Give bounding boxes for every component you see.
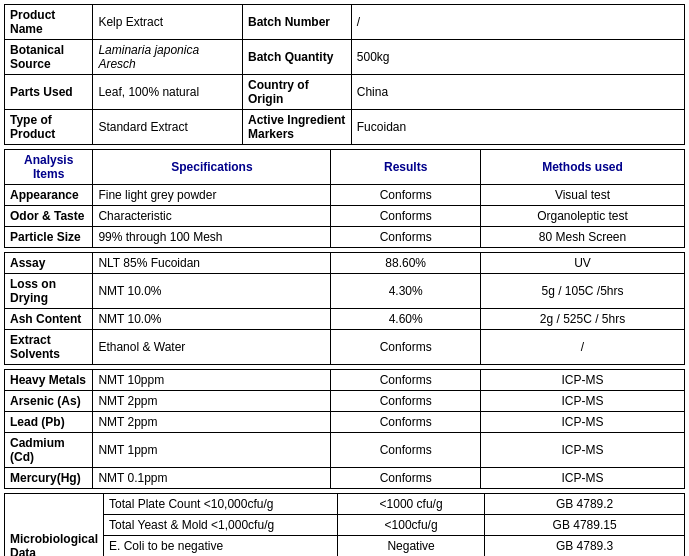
odor-method: Organoleptic test	[480, 206, 684, 227]
arsenic-result: Conforms	[331, 391, 481, 412]
batch-number-label: Batch Number	[242, 5, 351, 40]
odor-item: Odor & Taste	[5, 206, 93, 227]
appearance-item: Appearance	[5, 185, 93, 206]
country-origin-val: China	[351, 75, 684, 110]
lead-spec: NMT 2ppm	[93, 412, 331, 433]
cadmium-method: ICP-MS	[480, 433, 684, 468]
table-row: Loss on Drying NMT 10.0% 4.30% 5g / 105C…	[5, 274, 685, 309]
analysis-col1-header: Analysis Items	[5, 150, 93, 185]
table-row: Assay NLT 85% Fucoidan 88.60% UV	[5, 253, 685, 274]
extract-spec: Ethanol & Water	[93, 330, 331, 365]
batch-number-val: /	[351, 5, 684, 40]
table-row: Arsenic (As) NMT 2ppm Conforms ICP-MS	[5, 391, 685, 412]
extract-result: Conforms	[331, 330, 481, 365]
arsenic-method: ICP-MS	[480, 391, 684, 412]
particle-spec: 99% through 100 Mesh	[93, 227, 331, 248]
micro-method-2: GB 4789.15	[485, 515, 685, 536]
micro-row-1: Microbiological Data Total Plate Count <…	[5, 494, 685, 515]
mercury-method: ICP-MS	[480, 468, 684, 489]
extract-method: /	[480, 330, 684, 365]
ash-spec: NMT 10.0%	[93, 309, 331, 330]
assay-method: UV	[480, 253, 684, 274]
micro-method-3: GB 4789.3	[485, 536, 685, 557]
country-origin-label: Country of Origin	[242, 75, 351, 110]
cadmium-result: Conforms	[331, 433, 481, 468]
particle-method: 80 Mesh Screen	[480, 227, 684, 248]
assay-item: Assay	[5, 253, 93, 274]
odor-spec: Characteristic	[93, 206, 331, 227]
analysis-col2-header: Specifications	[93, 150, 331, 185]
product-name-val: Kelp Extract	[93, 5, 243, 40]
table-row: Extract Solvents Ethanol & Water Conform…	[5, 330, 685, 365]
table-row: Heavy Metals NMT 10ppm Conforms ICP-MS	[5, 370, 685, 391]
assay-spec: NLT 85% Fucoidan	[93, 253, 331, 274]
table-row: Mercury(Hg) NMT 0.1ppm Conforms ICP-MS	[5, 468, 685, 489]
analysis-col4-header: Methods used	[480, 150, 684, 185]
hm-method: ICP-MS	[480, 370, 684, 391]
hm-result: Conforms	[331, 370, 481, 391]
product-name-label: Product Name	[5, 5, 93, 40]
odor-result: Conforms	[331, 206, 481, 227]
hm-spec: NMT 10ppm	[93, 370, 331, 391]
ash-result: 4.60%	[331, 309, 481, 330]
arsenic-item: Arsenic (As)	[5, 391, 93, 412]
table-row: Cadmium (Cd) NMT 1ppm Conforms ICP-MS	[5, 433, 685, 468]
analysis-col3-header: Results	[331, 150, 481, 185]
particle-item: Particle Size	[5, 227, 93, 248]
hm-item: Heavy Metals	[5, 370, 93, 391]
table-row: Odor & Taste Characteristic Conforms Org…	[5, 206, 685, 227]
parts-used-val: Leaf, 100% natural	[93, 75, 243, 110]
micro-label: Microbiological Data	[5, 494, 104, 557]
micro-method-1: GB 4789.2	[485, 494, 685, 515]
mercury-item: Mercury(Hg)	[5, 468, 93, 489]
table-row: Lead (Pb) NMT 2ppm Conforms ICP-MS	[5, 412, 685, 433]
lead-item: Lead (Pb)	[5, 412, 93, 433]
micro-row-3: E. Coli to be negative Negative GB 4789.…	[5, 536, 685, 557]
appearance-method: Visual test	[480, 185, 684, 206]
arsenic-spec: NMT 2ppm	[93, 391, 331, 412]
lod-item: Loss on Drying	[5, 274, 93, 309]
batch-quantity-label: Batch Quantity	[242, 40, 351, 75]
appearance-spec: Fine light grey powder	[93, 185, 331, 206]
ash-item: Ash Content	[5, 309, 93, 330]
micro-row-2: Total Yeast & Mold <1,000cfu/g <100cfu/g…	[5, 515, 685, 536]
assay-result: 88.60%	[331, 253, 481, 274]
lod-result: 4.30%	[331, 274, 481, 309]
micro-spec-1: Total Plate Count <10,000cfu/g	[104, 494, 338, 515]
table-row: Ash Content NMT 10.0% 4.60% 2g / 525C / …	[5, 309, 685, 330]
lod-spec: NMT 10.0%	[93, 274, 331, 309]
mercury-result: Conforms	[331, 468, 481, 489]
botanical-source-label: Botanical Source	[5, 40, 93, 75]
micro-result-1: <1000 cfu/g	[338, 494, 485, 515]
active-ingredient-val: Fucoidan	[351, 110, 684, 145]
micro-spec-2: Total Yeast & Mold <1,000cfu/g	[104, 515, 338, 536]
parts-used-label: Parts Used	[5, 75, 93, 110]
micro-spec-3: E. Coli to be negative	[104, 536, 338, 557]
active-ingredient-label: Active Ingredient Markers	[242, 110, 351, 145]
botanical-source-val: Laminaria japonica Aresch	[93, 40, 243, 75]
particle-result: Conforms	[331, 227, 481, 248]
table-row: Appearance Fine light grey powder Confor…	[5, 185, 685, 206]
mercury-spec: NMT 0.1ppm	[93, 468, 331, 489]
appearance-result: Conforms	[331, 185, 481, 206]
type-product-label: Type of Product	[5, 110, 93, 145]
cadmium-spec: NMT 1ppm	[93, 433, 331, 468]
cadmium-item: Cadmium (Cd)	[5, 433, 93, 468]
batch-quantity-val: 500kg	[351, 40, 684, 75]
micro-result-3: Negative	[338, 536, 485, 557]
lead-method: ICP-MS	[480, 412, 684, 433]
micro-result-2: <100cfu/g	[338, 515, 485, 536]
lod-method: 5g / 105C /5hrs	[480, 274, 684, 309]
extract-item: Extract Solvents	[5, 330, 93, 365]
table-row: Particle Size 99% through 100 Mesh Confo…	[5, 227, 685, 248]
ash-method: 2g / 525C / 5hrs	[480, 309, 684, 330]
lead-result: Conforms	[331, 412, 481, 433]
type-product-val: Standard Extract	[93, 110, 243, 145]
